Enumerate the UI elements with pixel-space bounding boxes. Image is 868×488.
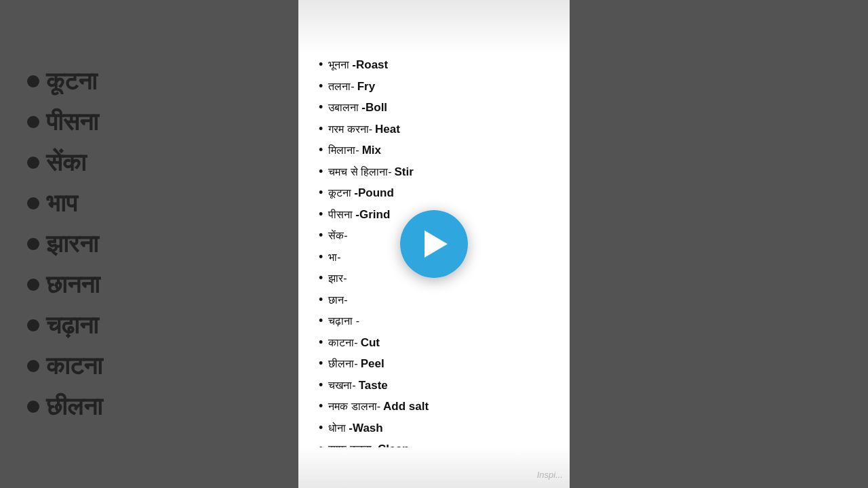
list-item: • तलना- Fry	[319, 76, 549, 98]
list-item: • छान-	[319, 289, 549, 311]
bullet-dot: •	[319, 140, 323, 161]
bullet-dot: •	[319, 375, 323, 396]
bullet-dot: •	[319, 225, 323, 247]
bullet-dot: •	[319, 54, 323, 76]
bg-item-3: सेंका	[27, 148, 271, 177]
list-item: • भूनना -Roast	[319, 54, 549, 76]
list-item: • धोना -Wash	[319, 418, 549, 439]
bullet-dot: •	[319, 97, 323, 119]
bullet-dot: •	[319, 289, 323, 311]
list-item: • काटना- Cut	[319, 332, 549, 354]
bullet-icon	[27, 116, 39, 128]
bg-item-1: कूटना	[27, 67, 271, 96]
bullet-dot: •	[319, 204, 323, 226]
bullet-icon	[27, 401, 39, 413]
list-item: • चढ़ाना -	[319, 310, 549, 332]
bg-item-5: झारना	[27, 230, 271, 258]
bg-right-panel	[570, 0, 868, 488]
bullet-icon	[27, 279, 39, 291]
bullet-dot: •	[319, 439, 323, 447]
bullet-dot: •	[319, 76, 323, 98]
bullet-icon	[27, 75, 39, 87]
play-triangle-icon	[425, 230, 448, 258]
list-item: • मिलाना- Mix	[319, 140, 549, 161]
bullet-dot: •	[319, 161, 323, 183]
card-top-fade	[298, 0, 570, 54]
bullet-dot: •	[319, 353, 323, 375]
list-item: • गरम करना- Heat	[319, 119, 549, 140]
list-item: • उबालना -Boll	[319, 97, 549, 119]
bullet-icon	[27, 360, 39, 372]
list-item: • कूटना -Pound	[319, 182, 549, 204]
play-button[interactable]	[400, 210, 468, 278]
bg-item-7: चढ़ाना	[27, 311, 271, 340]
bg-item-9: छीलना	[27, 392, 271, 421]
bullet-dot: •	[319, 310, 323, 332]
list-item: • चमच से हिलाना- Stir	[319, 161, 549, 183]
bg-item-2: पीसना	[27, 108, 271, 136]
bullet-icon	[27, 319, 39, 331]
bg-item-4: भाप	[27, 189, 271, 218]
bg-item-6: छानना	[27, 270, 271, 299]
bullet-dot: •	[319, 332, 323, 354]
list-item: • चखना- Taste	[319, 375, 549, 396]
bullet-dot: •	[319, 268, 323, 289]
bullet-icon	[27, 197, 39, 209]
bullet-dot: •	[319, 119, 323, 140]
bullet-dot: •	[319, 418, 323, 439]
bullet-dot: •	[319, 247, 323, 268]
bullet-icon	[27, 238, 39, 250]
list-item: • नमक डालना- Add salt	[319, 396, 549, 418]
card-bottom-fade	[298, 447, 570, 488]
list-item: • साफ करना- Clean	[319, 439, 549, 447]
bg-item-8: काटना	[27, 352, 271, 380]
bullet-dot: •	[319, 396, 323, 418]
bullet-icon	[27, 157, 39, 169]
bullet-dot: •	[319, 182, 323, 204]
watermark: Inspi...	[537, 470, 563, 480]
list-item: • छीलना- Peel	[319, 353, 549, 375]
bg-left-panel: कूटना पीसना सेंका भाप झारना छानना चढ़ाना	[0, 0, 298, 488]
